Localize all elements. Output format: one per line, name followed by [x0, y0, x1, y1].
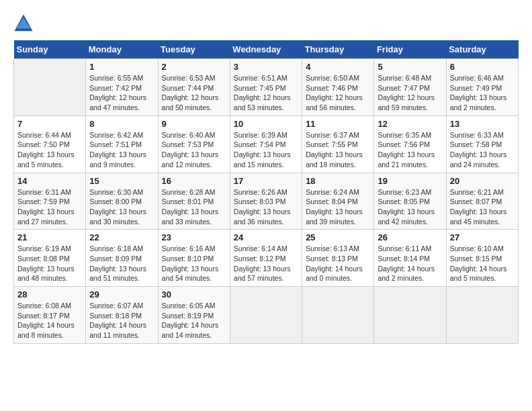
calendar-cell: 15Sunrise: 6:30 AMSunset: 8:00 PMDayligh… [86, 173, 158, 230]
calendar-cell: 18Sunrise: 6:24 AMSunset: 8:04 PMDayligh… [302, 173, 374, 230]
calendar-cell: 4Sunrise: 6:50 AMSunset: 7:46 PMDaylight… [302, 59, 374, 116]
weekday-header-wednesday: Wednesday [230, 40, 302, 59]
calendar-cell: 11Sunrise: 6:37 AMSunset: 7:55 PMDayligh… [302, 116, 374, 173]
calendar-cell: 25Sunrise: 6:13 AMSunset: 8:13 PMDayligh… [302, 230, 374, 287]
calendar-cell: 28Sunrise: 6:08 AMSunset: 8:17 PMDayligh… [14, 287, 86, 344]
day-info: Sunrise: 6:42 AMSunset: 7:51 PMDaylight:… [89, 130, 154, 170]
calendar-cell: 17Sunrise: 6:26 AMSunset: 8:03 PMDayligh… [230, 173, 302, 230]
day-number: 26 [378, 232, 442, 242]
day-number: 4 [306, 62, 370, 72]
day-number: 9 [162, 119, 226, 129]
day-number: 22 [89, 232, 154, 242]
day-info: Sunrise: 6:11 AMSunset: 8:14 PMDaylight:… [378, 244, 442, 283]
day-info: Sunrise: 6:18 AMSunset: 8:09 PMDaylight:… [89, 244, 154, 283]
day-info: Sunrise: 6:10 AMSunset: 8:15 PMDaylight:… [450, 244, 515, 283]
day-number: 25 [306, 232, 370, 242]
day-info: Sunrise: 6:28 AMSunset: 8:01 PMDaylight:… [162, 187, 226, 227]
day-number: 21 [17, 232, 82, 242]
day-info: Sunrise: 6:24 AMSunset: 8:04 PMDaylight:… [306, 187, 370, 227]
day-number: 7 [17, 119, 82, 129]
calendar-cell: 9Sunrise: 6:40 AMSunset: 7:53 PMDaylight… [158, 116, 230, 173]
day-number: 5 [378, 62, 442, 72]
calendar-cell: 20Sunrise: 6:21 AMSunset: 8:07 PMDayligh… [446, 173, 518, 230]
calendar-cell: 26Sunrise: 6:11 AMSunset: 8:14 PMDayligh… [374, 230, 446, 287]
weekday-header-row: SundayMondayTuesdayWednesdayThursdayFrid… [14, 40, 519, 59]
calendar-cell [374, 287, 446, 344]
day-number: 3 [234, 62, 298, 72]
day-info: Sunrise: 6:21 AMSunset: 8:07 PMDaylight:… [450, 187, 515, 227]
day-info: Sunrise: 6:44 AMSunset: 7:50 PMDaylight:… [17, 130, 82, 170]
day-number: 19 [378, 176, 442, 186]
day-info: Sunrise: 6:05 AMSunset: 8:19 PMDaylight:… [162, 301, 226, 340]
weekday-header-friday: Friday [374, 40, 446, 59]
day-number: 10 [234, 119, 298, 129]
day-info: Sunrise: 6:35 AMSunset: 7:56 PMDaylight:… [378, 130, 442, 170]
day-number: 12 [378, 119, 442, 129]
day-info: Sunrise: 6:14 AMSunset: 8:12 PMDaylight:… [234, 244, 298, 283]
page-header [13, 13, 519, 34]
day-number: 24 [234, 232, 298, 242]
day-number: 28 [17, 289, 82, 300]
day-info: Sunrise: 6:26 AMSunset: 8:03 PMDaylight:… [234, 187, 298, 227]
calendar-cell: 30Sunrise: 6:05 AMSunset: 8:19 PMDayligh… [158, 287, 230, 344]
calendar-cell: 13Sunrise: 6:33 AMSunset: 7:58 PMDayligh… [446, 116, 518, 173]
day-number: 18 [306, 176, 370, 186]
weekday-header-tuesday: Tuesday [158, 40, 230, 59]
svg-marker-1 [17, 17, 31, 29]
calendar-week-row: 14Sunrise: 6:31 AMSunset: 7:59 PMDayligh… [14, 173, 519, 230]
day-number: 14 [17, 176, 82, 186]
day-number: 11 [306, 119, 370, 129]
calendar-cell: 2Sunrise: 6:53 AMSunset: 7:44 PMDaylight… [158, 59, 230, 116]
day-number: 15 [89, 176, 154, 186]
weekday-header-thursday: Thursday [302, 40, 374, 59]
calendar-cell: 12Sunrise: 6:35 AMSunset: 7:56 PMDayligh… [374, 116, 446, 173]
day-number: 2 [162, 62, 226, 72]
day-info: Sunrise: 6:53 AMSunset: 7:44 PMDaylight:… [162, 73, 226, 113]
calendar-cell: 16Sunrise: 6:28 AMSunset: 8:01 PMDayligh… [158, 173, 230, 230]
calendar-week-row: 1Sunrise: 6:55 AMSunset: 7:42 PMDaylight… [14, 59, 519, 116]
calendar-week-row: 7Sunrise: 6:44 AMSunset: 7:50 PMDaylight… [14, 116, 519, 173]
calendar-cell: 24Sunrise: 6:14 AMSunset: 8:12 PMDayligh… [230, 230, 302, 287]
calendar-cell: 7Sunrise: 6:44 AMSunset: 7:50 PMDaylight… [14, 116, 86, 173]
day-info: Sunrise: 6:16 AMSunset: 8:10 PMDaylight:… [162, 244, 226, 283]
calendar-week-row: 28Sunrise: 6:08 AMSunset: 8:17 PMDayligh… [14, 287, 519, 344]
day-number: 17 [234, 176, 298, 186]
day-info: Sunrise: 6:37 AMSunset: 7:55 PMDaylight:… [306, 130, 370, 170]
calendar-cell: 23Sunrise: 6:16 AMSunset: 8:10 PMDayligh… [158, 230, 230, 287]
day-number: 1 [89, 62, 154, 72]
day-info: Sunrise: 6:39 AMSunset: 7:54 PMDaylight:… [234, 130, 298, 170]
calendar-cell: 5Sunrise: 6:48 AMSunset: 7:47 PMDaylight… [374, 59, 446, 116]
day-info: Sunrise: 6:30 AMSunset: 8:00 PMDaylight:… [89, 187, 154, 227]
calendar-cell: 6Sunrise: 6:46 AMSunset: 7:49 PMDaylight… [446, 59, 518, 116]
day-number: 6 [450, 62, 515, 72]
day-number: 16 [162, 176, 226, 186]
calendar-cell [446, 287, 518, 344]
weekday-header-monday: Monday [86, 40, 158, 59]
day-info: Sunrise: 6:13 AMSunset: 8:13 PMDaylight:… [306, 244, 370, 283]
calendar-cell: 1Sunrise: 6:55 AMSunset: 7:42 PMDaylight… [86, 59, 158, 116]
day-number: 8 [89, 119, 154, 129]
calendar-table: SundayMondayTuesdayWednesdayThursdayFrid… [13, 40, 519, 344]
day-info: Sunrise: 6:51 AMSunset: 7:45 PMDaylight:… [234, 73, 298, 113]
day-number: 27 [450, 232, 515, 242]
day-info: Sunrise: 6:19 AMSunset: 8:08 PMDaylight:… [17, 244, 82, 283]
day-info: Sunrise: 6:33 AMSunset: 7:58 PMDaylight:… [450, 130, 515, 170]
day-info: Sunrise: 6:46 AMSunset: 7:49 PMDaylight:… [450, 73, 515, 113]
day-info: Sunrise: 6:08 AMSunset: 8:17 PMDaylight:… [17, 301, 82, 340]
day-number: 13 [450, 119, 515, 129]
day-info: Sunrise: 6:50 AMSunset: 7:46 PMDaylight:… [306, 73, 370, 113]
day-number: 30 [162, 289, 226, 300]
calendar-cell [14, 59, 86, 116]
calendar-cell [230, 287, 302, 344]
day-info: Sunrise: 6:07 AMSunset: 8:18 PMDaylight:… [89, 301, 154, 340]
calendar-cell: 8Sunrise: 6:42 AMSunset: 7:51 PMDaylight… [86, 116, 158, 173]
weekday-header-saturday: Saturday [446, 40, 518, 59]
logo-icon [13, 13, 34, 34]
day-info: Sunrise: 6:55 AMSunset: 7:42 PMDaylight:… [89, 73, 154, 113]
day-info: Sunrise: 6:40 AMSunset: 7:53 PMDaylight:… [162, 130, 226, 170]
calendar-cell: 10Sunrise: 6:39 AMSunset: 7:54 PMDayligh… [230, 116, 302, 173]
day-info: Sunrise: 6:48 AMSunset: 7:47 PMDaylight:… [378, 73, 442, 113]
calendar-cell: 21Sunrise: 6:19 AMSunset: 8:08 PMDayligh… [14, 230, 86, 287]
weekday-header-sunday: Sunday [14, 40, 86, 59]
day-number: 23 [162, 232, 226, 242]
